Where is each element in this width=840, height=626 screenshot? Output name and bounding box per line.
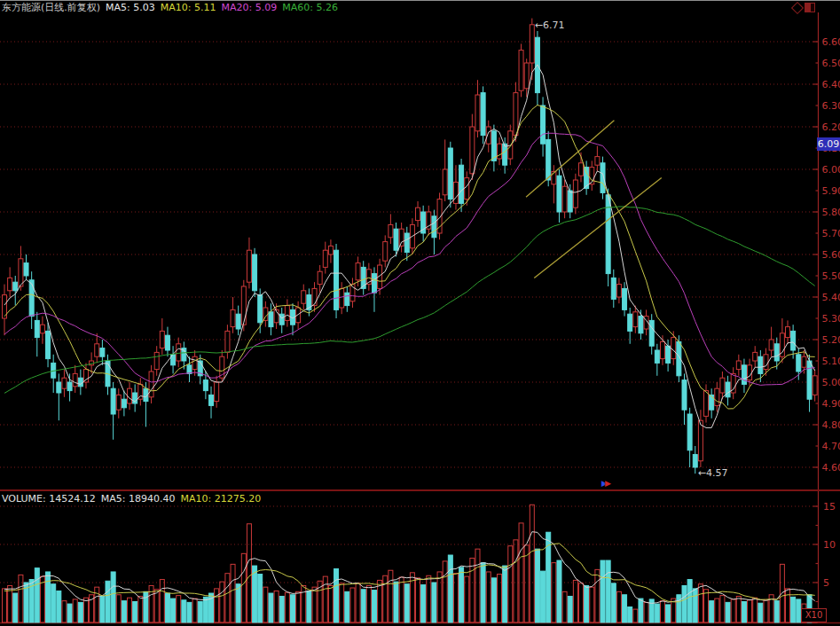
ma5-legend: MA5: 5.03 bbox=[106, 2, 155, 13]
page-forward-control[interactable]: ▶▶ bbox=[601, 479, 608, 488]
svg-text:5.80: 5.80 bbox=[822, 207, 840, 218]
svg-text:5.90: 5.90 bbox=[822, 185, 840, 197]
svg-text:4.60: 4.60 bbox=[822, 462, 840, 473]
svg-text:5.50: 5.50 bbox=[822, 270, 840, 282]
svg-text:4.80: 4.80 bbox=[822, 419, 840, 431]
svg-text:15: 15 bbox=[823, 501, 836, 513]
forward-red-icon[interactable]: ▶ bbox=[605, 479, 608, 488]
svg-text:6.20: 6.20 bbox=[822, 121, 840, 133]
ma60-legend: MA60: 5.26 bbox=[282, 2, 338, 13]
svg-text:5.60: 5.60 bbox=[822, 249, 840, 261]
volume-ma5-legend: MA5: 18940.40 bbox=[101, 493, 176, 505]
volume-multiplier-label: X10 bbox=[801, 608, 827, 622]
svg-text:4.70: 4.70 bbox=[822, 441, 840, 452]
svg-text:6.60: 6.60 bbox=[822, 36, 840, 48]
svg-text:5.40: 5.40 bbox=[822, 292, 840, 303]
ma20-line bbox=[4, 133, 815, 385]
volume-value: VOLUME: 14524.12 bbox=[2, 493, 96, 505]
svg-text:5: 5 bbox=[823, 577, 829, 589]
svg-text:6.00: 6.00 bbox=[822, 164, 840, 176]
svg-text:4.90: 4.90 bbox=[822, 398, 840, 410]
svg-text:5.30: 5.30 bbox=[822, 313, 840, 325]
svg-text:5.20: 5.20 bbox=[822, 334, 840, 346]
svg-text:6.40: 6.40 bbox=[822, 79, 840, 90]
right-price-axis: 6.606.506.406.306.206.106.005.905.805.70… bbox=[813, 12, 840, 623]
svg-text:6.50: 6.50 bbox=[822, 58, 840, 69]
ma60-line bbox=[4, 207, 815, 393]
ma-lines bbox=[4, 65, 815, 428]
ma20-legend: MA20: 5.09 bbox=[222, 2, 278, 13]
volume-bars bbox=[3, 505, 818, 622]
symbol-title: 东方能源(日线.前复权) bbox=[2, 2, 100, 13]
window-icon[interactable] bbox=[805, 3, 815, 12]
candlestick-chart[interactable]: 6.606.506.406.306.206.106.005.905.805.70… bbox=[0, 0, 840, 626]
stock-chart-window: 6.606.506.406.306.206.106.005.905.805.70… bbox=[0, 0, 840, 626]
ma10-legend: MA10: 5.11 bbox=[161, 2, 216, 13]
low-price-annotation: ←4.57 bbox=[698, 467, 728, 479]
svg-text:5.00: 5.00 bbox=[822, 377, 840, 388]
svg-text:5.10: 5.10 bbox=[822, 356, 840, 367]
volume-gridlines bbox=[0, 506, 819, 583]
svg-text:5.70: 5.70 bbox=[822, 228, 840, 239]
svg-text:6.30: 6.30 bbox=[822, 100, 840, 112]
high-price-annotation: ←6.71 bbox=[535, 20, 565, 31]
volume-header: VOLUME: 14524.12MA5: 18940.40MA10: 21275… bbox=[2, 493, 266, 505]
volume-ma10-legend: MA10: 21275.20 bbox=[180, 493, 261, 505]
last-price-axis-marker: 6.09 bbox=[817, 137, 840, 151]
svg-text:10: 10 bbox=[823, 539, 836, 551]
main-chart-header: 东方能源(日线.前复权)MA5: 5.03MA10: 5.11MA20: 5.0… bbox=[2, 1, 343, 14]
